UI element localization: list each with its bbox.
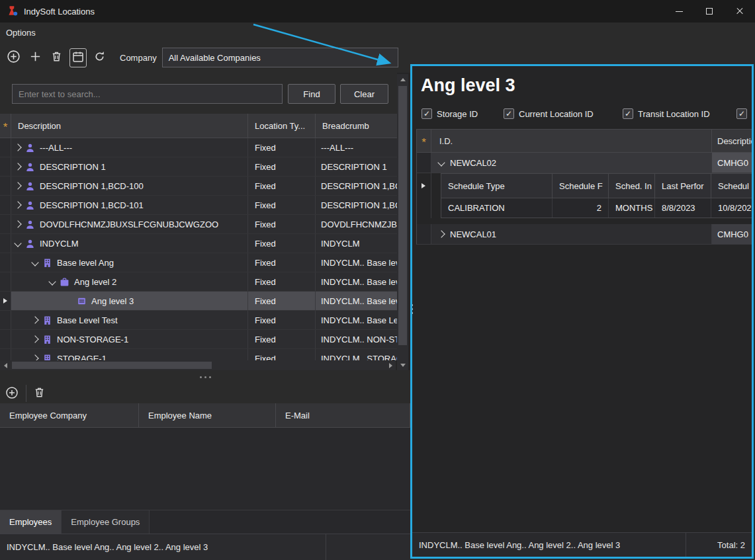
expand-chevron-icon[interactable]: [31, 354, 38, 360]
checkbox-transit-location-id[interactable]: ✓Transit Location ID: [623, 108, 710, 119]
app-logo-icon: [7, 5, 19, 17]
expand-chevron-icon[interactable]: [437, 159, 445, 166]
checkbox-icon[interactable]: ✓: [422, 108, 432, 119]
expand-chevron-icon[interactable]: [14, 201, 21, 208]
company-select[interactable]: All Available Companies: [162, 48, 398, 67]
add-employee-button[interactable]: [3, 384, 21, 403]
vertical-scroll-thumb[interactable]: [398, 86, 407, 345]
checkbox-storage-id[interactable]: ✓Storage ID: [422, 108, 478, 119]
location-tree-row[interactable]: Ang level 2 Fixed INDYCLM.. Base level A…: [0, 272, 397, 292]
add-button[interactable]: [27, 48, 44, 67]
find-button[interactable]: Find: [288, 84, 335, 104]
last-performed-value: 8/8/2023: [655, 198, 711, 218]
splitter-grip-icon: [200, 376, 211, 378]
location-tree-row[interactable]: DOVDLFHCNMZJBUXSLFCGNUBJCWGZOO Fixed DOV…: [0, 215, 397, 234]
scroll-left-button[interactable]: [0, 360, 11, 370]
column-header-schedule-frequency[interactable]: Schedule F: [553, 174, 609, 198]
location-tree-row[interactable]: INDYCLM Fixed INDYCLM: [0, 234, 397, 253]
detail-row-marker: [417, 173, 431, 218]
column-header-id[interactable]: I.D.: [431, 130, 712, 152]
schedule-row[interactable]: CALIBRATION 2 MONTHS 8/8/2023 10/8/202: [441, 198, 754, 218]
expand-chevron-icon[interactable]: [48, 278, 56, 285]
expand-chevron-icon[interactable]: [31, 316, 38, 323]
checkbox-current-location-id[interactable]: ✓Current Location ID: [504, 108, 594, 119]
schedule-type-value: CALIBRATION: [441, 198, 553, 218]
horizontal-scroll-thumb[interactable]: [12, 362, 212, 369]
location-breadcrumb: DOVDLFHCNMZJBUXSLFCGNUBJCWGZOO: [316, 215, 397, 233]
expand-chevron-icon[interactable]: [14, 239, 21, 247]
employee-column-header[interactable]: Employee Company: [0, 403, 139, 427]
close-icon: [736, 7, 744, 15]
location-tree-row[interactable]: ---ALL--- Fixed ---ALL---: [0, 138, 397, 157]
titlebar: IndySoft Locations: [0, 0, 755, 22]
checkbox-icon[interactable]: ✓: [736, 108, 747, 119]
close-button[interactable]: [725, 0, 755, 22]
id-row-newcal01[interactable]: NEWCAL01 CMHG0: [416, 224, 754, 245]
arrow-left-icon: [4, 363, 7, 368]
location-tree-row[interactable]: STORAGE-1 Fixed INDYCLM.. STORAGE-1: [0, 349, 397, 360]
window-title: IndySoft Locations: [24, 7, 95, 17]
column-header-last-performed[interactable]: Last Perfor: [655, 174, 711, 198]
location-tree-row[interactable]: Base level Ang Fixed INDYCLM.. Base leve…: [0, 253, 397, 272]
scroll-down-button[interactable]: [397, 360, 408, 370]
expand-chevron-icon[interactable]: [14, 143, 21, 151]
location-tree-grid: * Description Location Ty... Breadcrumb …: [0, 114, 397, 360]
tree-horizontal-scrollbar[interactable]: [0, 360, 396, 370]
new-row-header-cell: *: [0, 114, 11, 138]
employee-column-header[interactable]: E-Mail: [276, 403, 410, 427]
delete-button[interactable]: [48, 48, 65, 67]
employee-column-header[interactable]: Employee Name: [139, 403, 276, 427]
column-header-description[interactable]: Description: [712, 130, 754, 152]
calendar-icon: [71, 50, 85, 65]
current-row-marker-icon: [422, 183, 425, 188]
panel-splitter-grip-icon[interactable]: [411, 304, 413, 314]
column-header-breadcrumb[interactable]: Breadcrumb: [316, 114, 397, 138]
tab-employees[interactable]: Employees: [0, 510, 62, 534]
checkbox-icon[interactable]: ✓: [623, 108, 633, 119]
location-tree-row[interactable]: DESCRIPTION 1 Fixed DESCRIPTION 1: [0, 157, 397, 177]
column-header-schedule-interval[interactable]: Sched. In: [609, 174, 655, 198]
column-header-location-type[interactable]: Location Ty...: [248, 114, 316, 138]
column-header-schedule-type[interactable]: Schedule Type: [441, 174, 553, 198]
checkbox-icon[interactable]: ✓: [504, 108, 514, 119]
maximize-icon: [706, 8, 713, 15]
location-tree-row[interactable]: DESCRIPTION 1,BCD-101 Fixed DESCRIPTION …: [0, 196, 397, 215]
delete-employee-button[interactable]: [31, 384, 48, 403]
scroll-up-button[interactable]: [397, 74, 408, 85]
location-tree-row[interactable]: Base Level Test Fixed INDYCLM.. Base Lev…: [0, 311, 397, 330]
tab-employee-groups[interactable]: Employee Groups: [62, 510, 150, 534]
add-circle-icon: [7, 50, 21, 65]
location-type: Fixed: [248, 196, 316, 214]
clear-button[interactable]: Clear: [340, 84, 388, 104]
employee-grid-body[interactable]: [0, 428, 410, 510]
schedule-button[interactable]: [69, 48, 87, 67]
schedule-frequency-value: 2: [553, 198, 609, 218]
add-location-button[interactable]: [5, 48, 22, 67]
expand-chevron-icon[interactable]: [14, 220, 21, 227]
column-header-description[interactable]: Description: [11, 114, 248, 138]
scroll-right-button[interactable]: [385, 360, 396, 370]
id-row-newcal02[interactable]: NEWCAL02 CMHG0: [416, 153, 754, 173]
location-tree-row[interactable]: Ang level 3 Fixed INDYCLM.. Base level A…: [0, 292, 397, 311]
building-icon: [42, 258, 52, 268]
checkbox-extra[interactable]: ✓: [736, 108, 747, 119]
app-window: IndySoft Locations Options Company All A…: [0, 0, 755, 560]
minimize-button[interactable]: [664, 0, 694, 22]
column-header-scheduled[interactable]: Schedul: [711, 174, 754, 198]
location-tree-row[interactable]: DESCRIPTION 1,BCD-100 Fixed DESCRIPTION …: [0, 177, 397, 196]
expand-chevron-icon[interactable]: [14, 163, 21, 170]
expand-chevron-icon[interactable]: [437, 230, 445, 237]
refresh-button[interactable]: [91, 48, 108, 67]
tree-vertical-scrollbar[interactable]: [397, 74, 408, 370]
maximize-button[interactable]: [694, 0, 725, 22]
expand-chevron-icon[interactable]: [14, 182, 21, 189]
panel-splitter[interactable]: [0, 370, 410, 383]
expand-chevron-icon[interactable]: [31, 259, 38, 266]
location-type: Fixed: [248, 349, 316, 360]
location-type: Fixed: [248, 272, 316, 291]
expand-chevron-icon[interactable]: [31, 335, 38, 342]
menu-options[interactable]: Options: [0, 28, 42, 38]
location-tree-row[interactable]: NON-STORAGE-1 Fixed INDYCLM.. NON-STORAG…: [0, 330, 397, 349]
checkbox-label: Transit Location ID: [638, 109, 710, 119]
search-input[interactable]: [12, 84, 283, 104]
